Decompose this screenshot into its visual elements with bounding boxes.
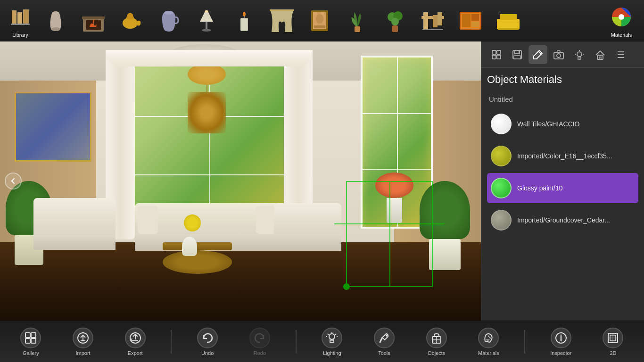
- gallery-button[interactable]: Gallery: [14, 328, 47, 356]
- toolbar-curtains[interactable]: [263, 2, 301, 40]
- material-swatch-2: [491, 146, 512, 166]
- panel-title: Object Materials: [487, 74, 638, 86]
- export-button[interactable]: Export: [119, 328, 152, 356]
- library-button[interactable]: Library: [4, 2, 37, 40]
- divider-3: [524, 330, 525, 354]
- svg-rect-33: [422, 29, 443, 30]
- svg-rect-0: [12, 10, 17, 24]
- svg-rect-50: [514, 56, 520, 59]
- redo-icon: [249, 328, 270, 348]
- home-tool-btn[interactable]: [591, 45, 610, 64]
- toolbar-candle[interactable]: [225, 2, 263, 40]
- import-icon: [73, 328, 93, 348]
- svg-point-76: [329, 334, 335, 339]
- nav-back-arrow[interactable]: [5, 173, 22, 189]
- svg-rect-37: [471, 14, 479, 21]
- list-tool-btn[interactable]: [611, 45, 630, 64]
- svg-rect-1: [17, 12, 22, 24]
- lighting-icon: [322, 328, 342, 348]
- curtain-valance: [106, 50, 313, 67]
- materials-bottom-button[interactable]: Materials: [472, 328, 505, 356]
- objects-tool-btn[interactable]: [487, 45, 506, 64]
- svg-point-55: [577, 52, 582, 57]
- svg-point-13: [202, 29, 211, 32]
- material-item-3[interactable]: Glossy paint/10: [487, 173, 638, 203]
- material-swatch-4: [491, 210, 512, 230]
- toolbar-table[interactable]: [414, 2, 452, 40]
- objects-button[interactable]: Objects: [420, 328, 453, 356]
- 3d-viewport[interactable]: [0, 41, 481, 321]
- svg-rect-38: [471, 22, 479, 27]
- side-panel: Object Materials Untitled Wall Tiles/GHI…: [481, 41, 644, 321]
- light-tool-btn[interactable]: [570, 45, 589, 64]
- toolbar-jug[interactable]: [150, 2, 188, 40]
- selection-indicator: [346, 181, 433, 287]
- flowers: [178, 214, 206, 242]
- toolbar-fireplace[interactable]: [74, 2, 112, 40]
- right-chair: [274, 203, 341, 259]
- toolbar-yellow-obj[interactable]: [489, 2, 527, 40]
- svg-point-84: [386, 335, 388, 337]
- import-button[interactable]: Import: [66, 328, 99, 356]
- svg-rect-19: [270, 9, 294, 11]
- undo-button[interactable]: Undo: [191, 328, 224, 356]
- tools-button[interactable]: Tools: [368, 328, 401, 356]
- svg-rect-39: [497, 19, 520, 29]
- material-item-2[interactable]: Imported/Color_E16__1eccf35...: [487, 141, 638, 171]
- export-icon: [125, 328, 146, 348]
- svg-rect-30: [423, 12, 428, 29]
- toolbar-vase[interactable]: [37, 2, 74, 40]
- svg-rect-69: [31, 338, 36, 343]
- svg-point-22: [316, 14, 323, 24]
- svg-rect-2: [23, 9, 29, 24]
- svg-point-14: [205, 10, 208, 12]
- inspector-button[interactable]: Inspector: [545, 328, 578, 356]
- toolbar-shelf[interactable]: [452, 2, 489, 40]
- svg-point-11: [164, 11, 173, 15]
- material-item-4[interactable]: Imported/Groundcover_Cedar...: [487, 205, 638, 235]
- svg-rect-47: [497, 55, 501, 59]
- 2d-icon: [603, 328, 623, 348]
- toolbar-lamp[interactable]: [188, 2, 225, 40]
- svg-rect-45: [497, 50, 501, 54]
- svg-point-91: [560, 334, 561, 336]
- paint-tool-btn[interactable]: [528, 45, 547, 64]
- toolbar-painting[interactable]: [301, 2, 339, 40]
- undo-icon: [197, 328, 218, 348]
- svg-rect-44: [492, 50, 496, 54]
- material-item-1[interactable]: Wall Tiles/GHIACCIO: [487, 109, 638, 139]
- gallery-icon: [20, 328, 41, 348]
- svg-line-78: [328, 334, 329, 335]
- save-tool-btn[interactable]: [508, 45, 527, 64]
- svg-rect-24: [355, 26, 360, 32]
- svg-point-18: [243, 12, 246, 16]
- svg-rect-68: [25, 338, 30, 343]
- left-chair: [33, 198, 115, 259]
- svg-rect-36: [462, 14, 471, 27]
- materials-bottom-icon: [478, 328, 499, 348]
- material-swatch-1: [491, 114, 512, 134]
- toolbar-teapot[interactable]: [112, 2, 150, 40]
- svg-rect-40: [500, 14, 517, 20]
- svg-point-5: [51, 27, 60, 31]
- panel-toolbar: [481, 41, 644, 68]
- toolbar-plant2[interactable]: [376, 2, 414, 40]
- svg-rect-31: [433, 15, 438, 27]
- camera-tool-btn[interactable]: [549, 45, 568, 64]
- 2d-button[interactable]: 2D: [596, 328, 629, 356]
- left-wall-art: [15, 92, 91, 162]
- library-icon: [7, 4, 33, 30]
- svg-rect-66: [25, 333, 30, 337]
- lighting-button[interactable]: Lighting: [315, 328, 348, 356]
- objects-icon: [426, 328, 447, 348]
- tools-icon: [374, 328, 395, 348]
- inspector-icon: [551, 328, 571, 348]
- top-toolbar: Library: [0, 0, 644, 41]
- toolbar-plant1[interactable]: [339, 2, 376, 40]
- coffee-table: [159, 242, 236, 281]
- svg-rect-32: [438, 12, 442, 25]
- svg-rect-67: [31, 333, 36, 337]
- redo-button[interactable]: Redo: [243, 328, 276, 356]
- materials-button[interactable]: Materials: [603, 2, 640, 40]
- svg-point-27: [391, 18, 399, 25]
